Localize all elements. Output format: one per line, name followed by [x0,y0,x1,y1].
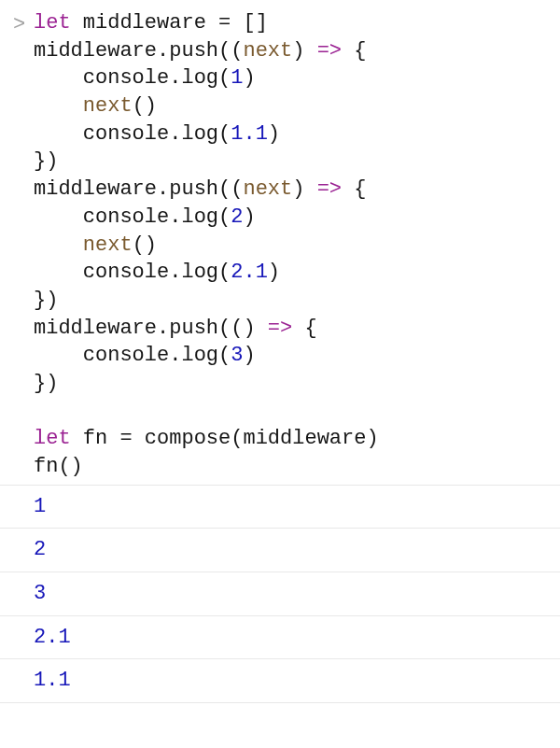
output-number: 2 [34,538,46,561]
code-token [34,344,83,367]
prompt-icon: > [7,9,34,39]
code-token: ) [243,344,255,367]
code-token: middleware [34,39,157,63]
code-token: ) [243,205,255,229]
code-token: ) [268,261,280,284]
output-number: 3 [34,582,46,605]
output-gutter [7,493,34,495]
code-token [342,177,354,201]
code-token: compose [145,427,231,450]
code-token [34,122,83,146]
code-token: ) [243,66,255,90]
code-token [206,11,218,35]
code-token [34,261,83,284]
code-token: log [181,205,218,229]
console-output-list: 1232.11.1 [0,485,560,703]
code-token [304,39,316,63]
code-line: }) [34,372,58,395]
code-line: next() [34,233,157,257]
code-token: let [34,427,71,450]
code-line: console.log(1.1) [34,122,280,146]
code-token: { [354,177,366,201]
code-token: middleware [83,11,206,35]
console-input-code[interactable]: let middleware = [] middleware.push((nex… [34,9,560,481]
code-token: ( [218,261,231,284]
code-token: } [34,149,46,173]
code-token: . [157,177,169,201]
code-token [133,427,145,450]
output-gutter [7,667,34,669]
code-token: log [181,344,218,367]
code-token: { [304,317,316,340]
code-token: next [83,233,133,257]
output-number: 1 [34,495,46,518]
code-token: ( [58,455,70,478]
code-token: console [83,205,169,229]
code-token: ) [268,122,280,146]
code-token [34,94,83,118]
code-line: console.log(2) [34,205,256,229]
code-line: let middleware = [] [34,11,268,35]
code-line: fn() [34,455,83,478]
console-output-value: 3 [34,580,560,608]
code-line: }) [34,289,58,312]
code-token [71,427,83,450]
code-line: middleware.push((next) => { [34,177,366,201]
code-token: => [317,177,342,201]
code-token: fn [34,455,58,478]
code-token: log [181,122,218,146]
code-token: console [83,344,169,367]
code-token: push [169,317,218,340]
console-output-row: 1 [0,485,560,529]
code-token: } [34,372,46,395]
code-token [34,205,83,229]
code-token: } [34,289,46,312]
code-token: middleware [34,177,157,201]
code-token: [ [243,11,255,35]
code-token: next [243,39,292,63]
code-token: ( [231,39,243,63]
code-token: => [268,317,292,340]
code-token: next [83,94,133,118]
code-token [34,233,83,257]
code-token: middleware [34,317,157,340]
code-token: ( [218,39,231,63]
code-line [34,400,46,423]
code-token: ( [218,205,231,229]
code-token: ) [243,317,255,340]
code-token: ( [133,94,145,118]
console-output-row: 1.1 [0,658,560,703]
code-token: console [83,122,169,146]
code-token: console [83,261,169,284]
code-token: ( [218,122,231,146]
code-token [292,317,304,340]
code-token: ) [145,233,157,257]
console-output-value: 1 [34,493,560,521]
code-token: next [243,177,292,201]
code-token: = [218,11,231,35]
code-token: ) [46,149,58,173]
code-token: . [157,39,169,63]
code-token: . [169,122,181,146]
code-token: middleware [243,427,366,450]
code-token: ) [292,177,304,201]
code-line: console.log(1) [34,66,256,90]
code-token [256,317,268,340]
code-token: 2 [231,205,243,229]
code-token: ( [218,317,231,340]
console-output-value: 1.1 [34,667,560,695]
console-input-row[interactable]: > let middleware = [] middleware.push((n… [0,6,560,485]
console-output-row: 2.1 [0,615,560,659]
code-token: 1 [231,66,243,90]
code-token: ) [71,455,83,478]
code-token: . [169,261,181,284]
code-token: ( [218,177,231,201]
output-gutter [7,536,34,538]
code-token: push [169,177,218,201]
code-token: fn [83,427,107,450]
code-token [107,427,119,450]
code-token: ( [218,344,231,367]
output-gutter [7,624,34,626]
code-token: let [34,11,71,35]
code-token: push [169,39,218,63]
